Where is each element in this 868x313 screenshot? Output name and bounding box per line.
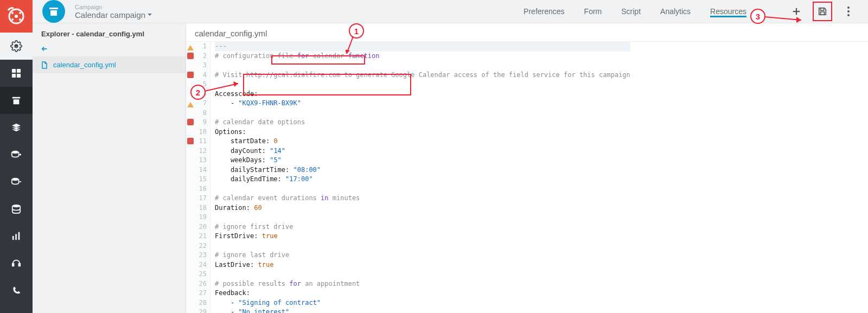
- editor-title: calendar_config.yml: [186, 23, 868, 42]
- tab-script[interactable]: Script: [611, 0, 650, 23]
- explorer-file-name: calendar_config.yml: [53, 61, 116, 69]
- svg-rect-18: [12, 264, 14, 266]
- explorer-panel: Explorer - calendar_config.yml calendar_…: [33, 23, 186, 313]
- side-rail: [0, 0, 33, 313]
- annotation-box-accesscode: [243, 74, 411, 95]
- file-icon: [41, 61, 49, 69]
- svg-point-14: [12, 205, 20, 207]
- rail-db-minus-icon[interactable]: [0, 168, 33, 195]
- rail-db-plus-icon[interactable]: [0, 141, 33, 168]
- svg-rect-17: [18, 232, 20, 240]
- rail-chart-icon[interactable]: [0, 222, 33, 250]
- svg-point-4: [11, 18, 14, 21]
- save-button[interactable]: [815, 4, 830, 19]
- svg-rect-21: [820, 12, 824, 15]
- svg-point-7: [15, 44, 18, 47]
- svg-point-1: [15, 15, 18, 18]
- explorer-title: Explorer - calendar_config.yml: [33, 23, 186, 41]
- svg-rect-10: [12, 74, 16, 78]
- svg-rect-20: [820, 8, 824, 11]
- campaign-selector[interactable]: Calendar campaign: [75, 10, 152, 20]
- svg-point-13: [12, 178, 19, 181]
- svg-point-3: [19, 12, 21, 14]
- rail-headset-icon[interactable]: [0, 250, 33, 277]
- svg-point-5: [19, 18, 21, 21]
- campaign-badge[interactable]: [42, 0, 65, 23]
- svg-point-22: [847, 7, 850, 9]
- rail-phone-icon[interactable]: [0, 277, 33, 304]
- svg-line-27: [205, 84, 238, 91]
- svg-point-12: [12, 151, 19, 154]
- svg-rect-15: [12, 236, 14, 240]
- annotation-3: 3: [750, 9, 765, 24]
- back-arrow-icon: [41, 46, 49, 52]
- svg-rect-9: [17, 69, 21, 73]
- tab-preferences[interactable]: Preferences: [514, 0, 574, 23]
- svg-point-24: [847, 14, 850, 16]
- explorer-back[interactable]: [33, 41, 186, 56]
- explorer-file[interactable]: calendar_config.yml: [33, 56, 186, 73]
- svg-point-23: [847, 10, 850, 12]
- topbar: Campaign Calendar campaign PreferencesFo…: [33, 0, 868, 23]
- rail-layers-icon[interactable]: [0, 114, 33, 141]
- rail-dashboard-icon[interactable]: [0, 60, 33, 87]
- svg-rect-8: [12, 69, 16, 73]
- svg-point-2: [11, 12, 14, 14]
- more-menu[interactable]: [841, 4, 856, 19]
- svg-line-29: [764, 17, 801, 20]
- app-logo[interactable]: [0, 0, 33, 33]
- annotation-1: 1: [349, 23, 364, 39]
- code-editor: calendar_config.yml 12345678910111213141…: [186, 23, 868, 313]
- campaign-label: Campaign: [75, 4, 152, 10]
- rail-database-icon[interactable]: [0, 195, 33, 222]
- tab-resources[interactable]: Resources: [700, 0, 756, 23]
- annotation-2: 2: [190, 85, 206, 100]
- tab-analytics[interactable]: Analytics: [650, 0, 700, 23]
- svg-marker-28: [233, 81, 238, 87]
- svg-rect-16: [15, 234, 17, 240]
- tab-form[interactable]: Form: [575, 0, 612, 23]
- svg-rect-11: [17, 74, 21, 78]
- rail-settings-icon[interactable]: [0, 33, 33, 60]
- rail-campaign-icon[interactable]: [0, 87, 33, 114]
- svg-marker-30: [796, 17, 801, 23]
- svg-rect-19: [19, 264, 21, 266]
